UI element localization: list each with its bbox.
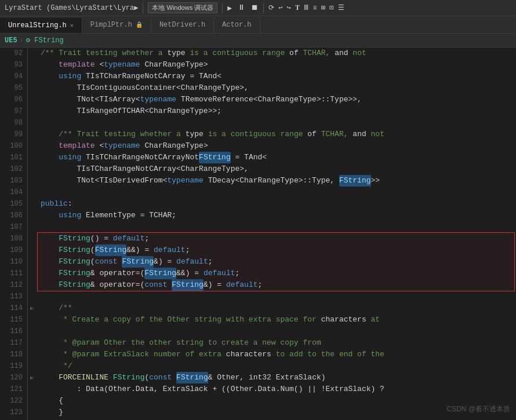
line-numbers: 9293949596979899100101102103104105106107… [0, 48, 28, 420]
line-num-110: 110 [5, 256, 23, 268]
token-plain: &) = [204, 279, 226, 291]
fold-indicator-123 [28, 407, 36, 418]
line-num-95: 95 [5, 82, 23, 94]
fold-indicator-97 [28, 105, 36, 117]
token-plain: characters [226, 349, 271, 360]
code-line-101: using TIsTCharRangeNotCArrayNotFString =… [36, 152, 516, 163]
token-plain [172, 372, 176, 384]
code-line-118: * @param ExtraSlack number of extra char… [36, 349, 516, 360]
token-template-kw: template [41, 59, 95, 71]
tabbar: UnrealString.h✕PimplPtr.h🔒NetDriver.hAct… [0, 16, 516, 34]
line-num-123: 123 [5, 407, 23, 418]
token-plain: ( [90, 256, 95, 268]
line-num-116: 116 [5, 326, 23, 337]
token-kw: using [59, 152, 81, 163]
token-kw: using [59, 210, 81, 221]
token-kw: using [59, 71, 81, 82]
token-kw: typename [167, 175, 203, 187]
token-plain [41, 244, 59, 256]
token-plain [41, 210, 59, 221]
fold-indicator-107 [28, 221, 36, 233]
tab-actor[interactable]: Actor.h [214, 17, 260, 33]
breadcrumb-ue5[interactable]: UE5 [5, 36, 17, 45]
code-area[interactable]: /** Trait testing whether a type is a co… [36, 48, 516, 420]
token-plain: &&) = [176, 268, 204, 279]
token-plain: &&) = [126, 244, 154, 256]
tab-label-unreal-string: UnrealString.h [8, 21, 67, 30]
watermark: CSDN @看不透本质 [446, 404, 510, 414]
fold-indicator-108 [28, 233, 36, 244]
token-highlight-word: FString [95, 244, 127, 256]
tab-unreal-string[interactable]: UnrealString.h✕ [0, 17, 82, 33]
token-type: FString [59, 256, 90, 268]
code-line-115: * Create a copy of the Other string with… [36, 314, 516, 326]
fold-indicator-103 [28, 175, 36, 187]
token-plain [41, 140, 59, 152]
code-line-109: FString(FString&&) = default; [36, 244, 516, 256]
token-plain: type [186, 129, 204, 140]
token-kw: typename [140, 94, 176, 105]
line-num-122: 122 [5, 395, 23, 407]
token-highlight-word: FString [199, 152, 231, 163]
line-num-109: 109 [5, 244, 23, 256]
token-plain [167, 279, 172, 291]
line-num-104: 104 [5, 187, 23, 198]
token-kw: typename [104, 59, 140, 71]
token-plain: and [353, 129, 366, 140]
code-line-103: TNot<TIsDerivedFrom<typename TDecay<Char… [36, 175, 516, 187]
tab-label-net-driver: NetDriver.h [159, 21, 205, 29]
line-num-118: 118 [5, 349, 23, 360]
code-line-107 [36, 221, 516, 233]
token-plain: { [41, 395, 63, 407]
line-num-94: 94 [5, 71, 23, 82]
token-plain: and [335, 48, 348, 59]
breadcrumb-fstring[interactable]: ⚙ FString [26, 36, 64, 45]
code-line-117: * @param Other the other string to creat… [36, 337, 516, 349]
line-num-117: 117 [5, 337, 23, 349]
code-line-119: */ [36, 360, 516, 372]
code-line-93: template <typename CharRangeType> [36, 59, 516, 71]
token-plain: of [307, 129, 317, 140]
line-num-121: 121 [5, 384, 23, 395]
fold-indicator-92 [28, 48, 36, 59]
token-type: FString [59, 244, 90, 256]
fold-indicator-120[interactable]: ▶ [28, 372, 36, 384]
fold-indicator-119 [28, 360, 36, 372]
code-line-98 [36, 117, 516, 129]
fold-indicator-104 [28, 187, 36, 198]
line-num-102: 102 [5, 163, 23, 175]
code-line-121: : Data(Other.Data, ExtraSlack + ((Other.… [36, 384, 516, 395]
token-highlight-word: FString [172, 279, 204, 291]
breadcrumb-sep: › [20, 36, 24, 45]
toolbar-icon-stop[interactable]: ⏹ [251, 3, 259, 12]
tab-lock-icon-pimpl-ptr: 🔒 [136, 21, 143, 28]
code-line-95: TIsContiguousContainer<CharRangeType>, [36, 82, 516, 94]
toolbar-project: LyraStart (Games\LyraStart\Lyra▶ [5, 3, 138, 12]
token-comment: at [366, 314, 380, 326]
toolbar-icon-play[interactable]: ▶ [227, 3, 232, 13]
token-plain: characters [321, 314, 366, 326]
token-comment: TCHAR, [299, 48, 335, 59]
token-kw: default [176, 256, 208, 268]
tab-net-driver[interactable]: NetDriver.h [151, 17, 214, 33]
code-line-108: FString() = default; [36, 233, 516, 244]
token-kw: default [204, 268, 235, 279]
tab-label-actor: Actor.h [222, 21, 251, 29]
fold-indicator-102 [28, 163, 36, 175]
toolbar-local-win-btn[interactable]: 本地 Windows 调试器 [148, 2, 217, 13]
toolbar-icon-pause[interactable]: ⏸ [238, 3, 245, 12]
tab-label-pimpl-ptr: PimplPtr.h [90, 21, 132, 29]
token-plain [41, 279, 59, 291]
token-plain: TNot<TIsDerivedFrom< [41, 175, 167, 187]
tab-close-unreal-string[interactable]: ✕ [70, 22, 74, 29]
tab-pimpl-ptr[interactable]: PimplPtr.h🔒 [82, 17, 151, 33]
token-plain: ; [144, 233, 149, 244]
fold-indicator-114[interactable]: ▶ [28, 302, 36, 314]
fold-indicator-106 [28, 210, 36, 221]
token-highlight-word: FString [339, 175, 371, 187]
token-plain: ; [186, 244, 190, 256]
token-plain: TDecay<CharRangeType>::Type, [204, 175, 339, 187]
token-comment: not [366, 129, 384, 140]
token-plain: ; [208, 256, 213, 268]
token-plain: & operator=( [90, 268, 145, 279]
